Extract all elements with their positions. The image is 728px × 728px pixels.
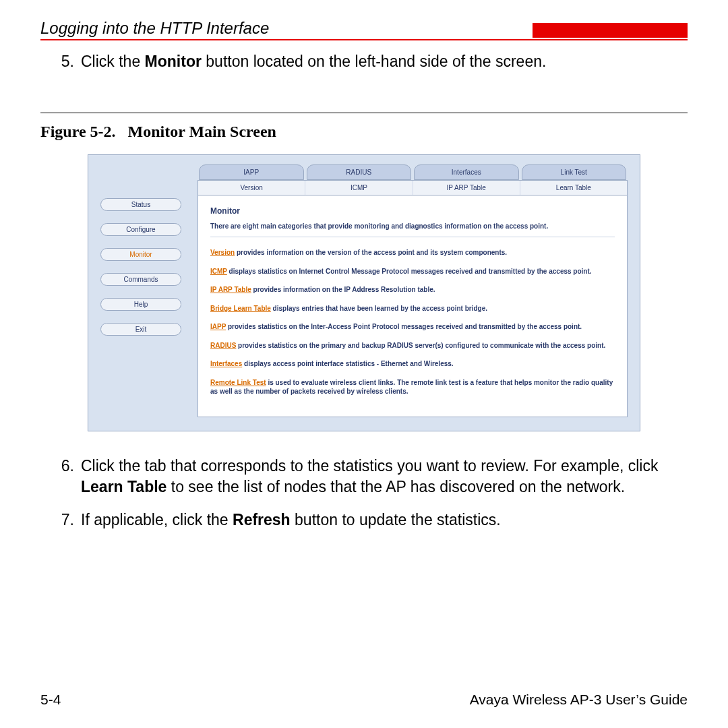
category-desc: provides statistics on the primary and b… xyxy=(236,342,605,349)
page-header: Logging into the HTTP Interface xyxy=(40,19,688,38)
step-number: 6. xyxy=(55,456,74,477)
figure-caption: Figure 5-2.Monitor Main Screen xyxy=(40,123,688,141)
monitor-category-item: IP ARP Table provides information on the… xyxy=(210,285,615,295)
step-text-post: button located on the left-hand side of … xyxy=(202,53,546,70)
screenshot-sidebar: StatusConfigureMonitorCommandsHelpExit xyxy=(100,164,181,417)
tab-interfaces[interactable]: Interfaces xyxy=(414,164,519,180)
tab-version[interactable]: Version xyxy=(198,181,305,195)
step-6: 6.Click the tab that corresponds to the … xyxy=(81,456,688,497)
category-desc: displays access point interface statisti… xyxy=(242,360,453,367)
monitor-category-item: RADIUS provides statistics on the primar… xyxy=(210,341,615,351)
screenshot-panel: Monitor There are eight main categories … xyxy=(198,195,628,417)
screenshot-main: IAPPRADIUSInterfacesLink Test VersionICM… xyxy=(198,164,628,417)
panel-intro: There are eight main categories that pro… xyxy=(210,222,615,237)
tab-ip-arp-table[interactable]: IP ARP Table xyxy=(413,181,520,195)
monitor-category-item: Bridge Learn Table displays entries that… xyxy=(210,304,615,313)
category-link[interactable]: Interfaces xyxy=(210,360,242,367)
category-desc: provides information on the IP Address R… xyxy=(251,286,435,293)
step-bold: Refresh xyxy=(233,511,291,528)
figure-rule xyxy=(40,113,688,113)
section-title: Logging into the HTTP Interface xyxy=(40,19,269,38)
tab-link-test[interactable]: Link Test xyxy=(522,164,627,180)
step-number: 7. xyxy=(55,510,74,530)
page-footer: 5-4 Avaya Wireless AP-3 User’s Guide xyxy=(40,692,688,708)
sidebar-button-status[interactable]: Status xyxy=(100,198,181,211)
step-text: button to update the statistics. xyxy=(291,511,501,528)
step-number: 5. xyxy=(55,51,74,72)
step-7: 7.If applicable, click the Refresh butto… xyxy=(81,510,688,530)
sidebar-button-configure[interactable]: Configure xyxy=(100,223,181,236)
tab-radius[interactable]: RADIUS xyxy=(307,164,412,180)
category-desc: provides information on the version of t… xyxy=(235,249,507,256)
category-link[interactable]: Bridge Learn Table xyxy=(210,305,271,312)
category-link[interactable]: RADIUS xyxy=(210,342,236,349)
step-bold: Monitor xyxy=(145,53,202,70)
category-link[interactable]: Remote Link Test xyxy=(210,379,266,386)
category-desc: displays statistics on Internet Control … xyxy=(227,268,592,275)
page-number: 5-4 xyxy=(40,692,61,708)
category-desc: is used to evaluate wireless client link… xyxy=(210,379,613,396)
step-bold: Learn Table xyxy=(81,478,166,495)
category-desc: displays entries that have been learned … xyxy=(271,305,487,312)
sidebar-button-exit[interactable]: Exit xyxy=(100,323,181,336)
embedded-screenshot: StatusConfigureMonitorCommandsHelpExit I… xyxy=(88,154,640,431)
step-text: Click the tab that corresponds to the st… xyxy=(81,457,658,475)
tab-iapp[interactable]: IAPP xyxy=(199,164,304,180)
sidebar-button-help[interactable]: Help xyxy=(100,298,181,311)
monitor-category-item: Interfaces displays access point interfa… xyxy=(210,359,615,369)
category-desc: provides statistics on the Inter-Access … xyxy=(226,323,582,330)
monitor-category-item: Remote Link Test is used to evaluate wir… xyxy=(210,378,615,396)
figure-label: Figure 5-2. xyxy=(40,123,116,140)
book-title: Avaya Wireless AP-3 User’s Guide xyxy=(470,692,688,708)
header-underline xyxy=(40,39,688,40)
figure-title: Monitor Main Screen xyxy=(128,123,276,140)
sidebar-button-monitor[interactable]: Monitor xyxy=(100,248,181,261)
category-link[interactable]: Version xyxy=(210,249,235,256)
header-accent-bar xyxy=(533,23,688,38)
monitor-category-item: IAPP provides statistics on the Inter-Ac… xyxy=(210,322,615,332)
tab-learn-table[interactable]: Learn Table xyxy=(520,181,627,195)
sidebar-button-commands[interactable]: Commands xyxy=(100,273,181,286)
step-text: If applicable, click the xyxy=(81,511,233,528)
tabs-row-top: IAPPRADIUSInterfacesLink Test xyxy=(198,164,628,180)
category-link[interactable]: IAPP xyxy=(210,323,226,330)
monitor-category-item: ICMP displays statistics on Internet Con… xyxy=(210,267,615,276)
step-text: to see the list of nodes that the AP has… xyxy=(166,478,625,495)
panel-heading: Monitor xyxy=(210,206,615,216)
step-5: 5.Click the Monitor button located on th… xyxy=(81,51,688,72)
tabs-row-bottom: VersionICMPIP ARP TableLearn Table xyxy=(198,180,628,195)
category-link[interactable]: IP ARP Table xyxy=(210,286,251,293)
category-link[interactable]: ICMP xyxy=(210,268,227,275)
tab-icmp[interactable]: ICMP xyxy=(305,181,413,195)
step-text-pre: Click the xyxy=(81,53,145,70)
monitor-category-item: Version provides information on the vers… xyxy=(210,248,615,257)
